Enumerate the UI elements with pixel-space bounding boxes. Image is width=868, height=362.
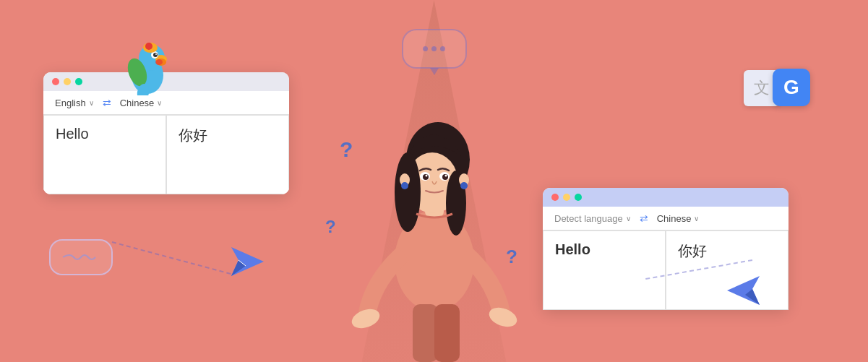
svg-rect-31 [413,304,438,362]
dot1 [423,46,428,51]
right-input-cell[interactable]: Hello [543,230,665,310]
source-lang-btn[interactable]: English ∨ [55,98,94,108]
svg-rect-32 [434,304,460,362]
source-lang-label: English [55,98,86,108]
dot2 [431,46,437,51]
question-mark-3: ? [506,246,517,268]
speech-bubble-left [49,239,113,275]
google-g-icon: G [773,69,810,106]
dot-green [75,78,82,85]
svg-point-27 [401,182,408,189]
r-source-chevron: ∨ [626,215,631,223]
right-titlebar [543,188,788,207]
r-dot-red [551,194,559,201]
svg-point-23 [425,175,427,177]
target-lang-label: Chinese [120,98,155,108]
google-letter: G [783,76,799,99]
r-target-lang-label: Chinese [657,213,692,224]
right-toolbar[interactable]: Detect language ∨ ⇄ Chinese ∨ [543,207,788,230]
left-input-cell[interactable]: Hello [43,115,166,194]
dot-red [52,78,59,85]
svg-point-24 [444,175,447,177]
svg-point-28 [460,182,468,189]
r-dot-green [575,194,582,201]
svg-point-11 [145,43,152,50]
parrot-icon [121,38,173,95]
dot-yellow [64,78,71,85]
question-mark-1: ? [340,137,353,162]
dot3 [440,46,445,51]
swap-button-left[interactable]: ⇄ [103,97,111,108]
target-chevron: ∨ [157,99,162,107]
r-source-lang-label: Detect language [554,213,623,224]
google-badge: 文 G [744,69,810,106]
r-target-chevron: ∨ [694,215,699,223]
paper-plane-right [727,276,760,308]
target-lang-btn[interactable]: Chinese ∨ [120,98,163,108]
person [344,59,525,362]
left-output-cell: 你好 [166,115,289,194]
svg-point-5 [153,53,158,57]
swap-button-right[interactable]: ⇄ [640,212,648,224]
left-translation-area: Hello 你好 [43,115,289,194]
r-dot-yellow [563,194,570,201]
r-target-lang-btn[interactable]: Chinese ∨ [657,213,700,224]
paper-plane-left [231,247,264,279]
question-mark-2: ? [325,217,336,237]
svg-point-17 [395,152,421,232]
r-source-lang-btn[interactable]: Detect language ∨ [554,213,631,224]
svg-point-6 [155,53,157,55]
source-chevron: ∨ [89,99,94,107]
svg-point-9 [155,59,163,65]
